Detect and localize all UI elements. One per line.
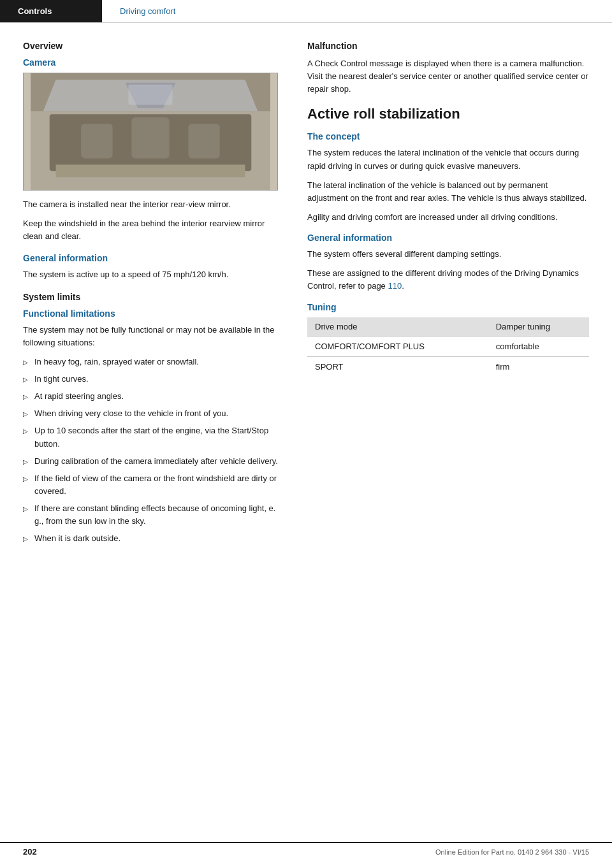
list-item-text: If there are constant blinding effects b… bbox=[34, 502, 278, 528]
camera-section: Camera bbox=[23, 57, 278, 243]
damper-tuning-cell: comfortable bbox=[488, 336, 589, 356]
page-link[interactable]: 110 bbox=[388, 281, 402, 291]
list-item: ▷ At rapid steering angles. bbox=[23, 390, 278, 403]
camera-subtitle: Camera bbox=[23, 57, 278, 68]
page-footer: 202 Online Edition for Part no. 0140 2 9… bbox=[0, 842, 612, 857]
general-info-text-left: The system is active up to a speed of 75… bbox=[23, 268, 278, 281]
table-header: Drive mode Damper tuning bbox=[307, 317, 589, 336]
right-column: Malfunction A Check Control message is d… bbox=[301, 41, 589, 556]
bullet-arrow: ▷ bbox=[23, 534, 28, 544]
concept-text2: The lateral inclination of the vehicle i… bbox=[307, 179, 589, 205]
controls-tab[interactable]: Controls bbox=[0, 0, 102, 22]
bullet-list: ▷ In heavy fog, rain, sprayed water or s… bbox=[23, 356, 278, 546]
list-item-text: Up to 10 seconds after the start of the … bbox=[34, 424, 278, 450]
bullet-arrow: ▷ bbox=[23, 392, 28, 402]
bullet-arrow: ▷ bbox=[23, 474, 28, 484]
concept-title: The concept bbox=[307, 131, 589, 141]
overview-title: Overview bbox=[23, 41, 278, 51]
bullet-arrow: ▷ bbox=[23, 375, 28, 385]
camera-image bbox=[23, 73, 278, 191]
list-item: ▷ In tight curves. bbox=[23, 373, 278, 386]
table-col-damper-tuning: Damper tuning bbox=[488, 317, 589, 336]
concept-text1: The system reduces the lateral inclinati… bbox=[307, 147, 589, 172]
list-item-text: During calibration of the camera immedia… bbox=[34, 455, 278, 468]
list-item-text: When driving very close to the vehicle i… bbox=[34, 407, 228, 420]
list-item: ▷ If there are constant blinding effects… bbox=[23, 502, 278, 528]
bullet-arrow: ▷ bbox=[23, 426, 28, 437]
tuning-table: Drive mode Damper tuning COMFORT/COMFORT… bbox=[307, 317, 589, 377]
drive-mode-cell: SPORT bbox=[307, 356, 488, 377]
table-col-drive-mode: Drive mode bbox=[307, 317, 488, 336]
footer-edition: Online Edition for Part no. 0140 2 964 3… bbox=[435, 848, 589, 856]
camera-desc2: Keep the windshield in the area behind t… bbox=[23, 217, 278, 243]
table-row: SPORT firm bbox=[307, 356, 589, 377]
malfunction-text: A Check Control message is displayed whe… bbox=[307, 57, 589, 96]
left-column: Overview Camera bbox=[23, 41, 278, 556]
page-header: Controls Driving comfort bbox=[0, 0, 612, 23]
controls-label: Controls bbox=[18, 6, 52, 16]
general-info-title-left: General information bbox=[23, 253, 278, 263]
drive-mode-cell: COMFORT/COMFORT PLUS bbox=[307, 336, 488, 356]
svg-rect-6 bbox=[131, 117, 169, 158]
system-limits-title: System limits bbox=[23, 292, 278, 302]
camera-desc1: The camera is installed near the interio… bbox=[23, 198, 278, 211]
tuning-title: Tuning bbox=[307, 302, 589, 312]
general-info-text1-right: The system offers several different damp… bbox=[307, 248, 589, 261]
general-info-text2-pre: These are assigned to the different driv… bbox=[307, 268, 579, 291]
list-item-text: If the field of view of the camera or th… bbox=[34, 472, 278, 498]
page-number: 202 bbox=[23, 847, 37, 857]
general-info-section-right: General information The system offers se… bbox=[307, 233, 589, 293]
svg-rect-9 bbox=[128, 85, 172, 105]
damper-tuning-cell: firm bbox=[488, 356, 589, 377]
list-item: ▷ If the field of view of the camera or … bbox=[23, 472, 278, 498]
functional-limitations-intro: The system may not be fully functional o… bbox=[23, 324, 278, 349]
list-item-text: When it is dark outside. bbox=[34, 532, 120, 545]
list-item: ▷ When driving very close to the vehicle… bbox=[23, 407, 278, 420]
system-limits-section: System limits Functional limitations The… bbox=[23, 292, 278, 546]
functional-limitations-section: Functional limitations The system may no… bbox=[23, 308, 278, 546]
bullet-arrow: ▷ bbox=[23, 457, 28, 467]
list-item: ▷ In heavy fog, rain, sprayed water or s… bbox=[23, 356, 278, 368]
main-content: Overview Camera bbox=[0, 23, 612, 594]
bullet-arrow: ▷ bbox=[23, 358, 28, 368]
table-body: COMFORT/COMFORT PLUS comfortable SPORT f… bbox=[307, 336, 589, 377]
list-item-text: In heavy fog, rain, sprayed water or sno… bbox=[34, 356, 199, 368]
general-info-title-right: General information bbox=[307, 233, 589, 243]
tuning-section: Tuning Drive mode Damper tuning COMFORT/… bbox=[307, 302, 589, 377]
svg-rect-7 bbox=[188, 124, 219, 158]
driving-comfort-tab[interactable]: Driving comfort bbox=[102, 0, 193, 22]
list-item: ▷ When it is dark outside. bbox=[23, 532, 278, 545]
svg-rect-5 bbox=[81, 124, 112, 158]
list-item: ▷ During calibration of the camera immed… bbox=[23, 455, 278, 468]
malfunction-title: Malfunction bbox=[307, 41, 589, 51]
general-info-text2-post: . bbox=[402, 281, 404, 291]
general-info-section-left: General information The system is active… bbox=[23, 253, 278, 281]
driving-comfort-label: Driving comfort bbox=[120, 6, 175, 16]
list-item-text: At rapid steering angles. bbox=[34, 390, 124, 403]
active-roll-section: Active roll stabilization The concept Th… bbox=[307, 106, 589, 376]
overview-section: Overview Camera bbox=[23, 41, 278, 243]
table-header-row: Drive mode Damper tuning bbox=[307, 317, 589, 336]
concept-section: The concept The system reduces the later… bbox=[307, 131, 589, 224]
list-item-text: In tight curves. bbox=[34, 373, 89, 386]
general-info-text2-right: These are assigned to the different driv… bbox=[307, 267, 589, 293]
functional-limitations-title: Functional limitations bbox=[23, 308, 278, 319]
list-item: ▷ Up to 10 seconds after the start of th… bbox=[23, 424, 278, 450]
svg-rect-4 bbox=[56, 164, 245, 177]
bullet-arrow: ▷ bbox=[23, 409, 28, 419]
concept-text3: Agility and driving comfort are increase… bbox=[307, 211, 589, 224]
active-roll-title: Active roll stabilization bbox=[307, 106, 589, 122]
table-row: COMFORT/COMFORT PLUS comfortable bbox=[307, 336, 589, 356]
malfunction-section: Malfunction A Check Control message is d… bbox=[307, 41, 589, 96]
bullet-arrow: ▷ bbox=[23, 504, 28, 514]
